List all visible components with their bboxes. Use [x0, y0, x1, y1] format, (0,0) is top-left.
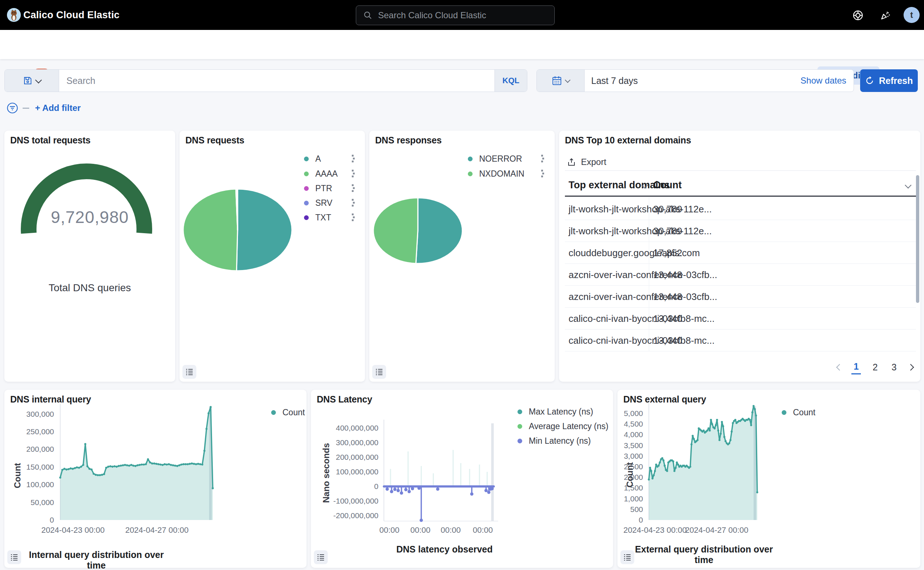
- filter-icon[interactable]: [6, 102, 18, 114]
- panel-dns-latency: DNS Latency -200,000,000-100,000,0000100…: [311, 390, 613, 568]
- legend-item[interactable]: TXT: [315, 213, 331, 222]
- legend-item[interactable]: PTR: [315, 184, 332, 193]
- table-row[interactable]: calico-cni-ivan-byocni-03cfb8-mc...: [568, 335, 714, 346]
- svg-text:2024-04-23 00:00: 2024-04-23 00:00: [41, 526, 105, 535]
- news-icon[interactable]: [880, 9, 891, 21]
- panel-dns-external-query: DNS external query 05001,0001,5002,0002,…: [618, 390, 920, 568]
- saved-query-menu[interactable]: [5, 70, 59, 92]
- next-page-icon[interactable]: [907, 364, 914, 371]
- avatar[interactable]: t: [904, 7, 919, 23]
- global-search-input[interactable]: [377, 10, 532, 21]
- chevron-down-icon: [35, 77, 41, 83]
- chevron-down-icon: [565, 77, 570, 83]
- table-cell-count: 13,440: [653, 313, 682, 325]
- add-filter-button[interactable]: + Add filter: [35, 103, 81, 113]
- show-dates-button[interactable]: Show dates: [801, 70, 854, 92]
- row-divider: [565, 264, 916, 264]
- page-button-2[interactable]: 2: [870, 360, 880, 374]
- legend-item[interactable]: SRV: [315, 198, 333, 208]
- row-divider: [565, 329, 916, 329]
- legend-action-icon[interactable]: [351, 184, 355, 193]
- row-divider: [565, 242, 916, 242]
- list-icon: [185, 368, 193, 376]
- svg-text:2024-04-27 00:00: 2024-04-27 00:00: [685, 526, 748, 535]
- inspect-button[interactable]: [372, 365, 386, 379]
- legend-dot: [304, 172, 309, 176]
- legend-item[interactable]: Max Latency (ns): [529, 407, 593, 417]
- help-icon[interactable]: [852, 10, 863, 21]
- search-icon: [363, 11, 372, 20]
- table-row[interactable]: jlt-worksh-jlt-workshop-aks-112e...: [568, 225, 712, 237]
- legend-item[interactable]: Count: [793, 408, 815, 417]
- legend-dot: [468, 172, 473, 176]
- save-icon: [23, 76, 32, 86]
- y-axis-title: Count: [12, 463, 23, 488]
- legend-action-icon[interactable]: [351, 169, 355, 178]
- legend-item[interactable]: NXDOMAIN: [479, 169, 524, 179]
- row-divider: [565, 220, 916, 220]
- table-row[interactable]: calico-cni-ivan-byocni-03cfb8-mc...: [568, 313, 714, 325]
- refresh-button[interactable]: Refresh: [860, 69, 918, 92]
- legend-item[interactable]: Min Latency (ns): [529, 436, 591, 446]
- svg-text:3,500: 3,500: [624, 441, 643, 450]
- panel-top-external-domains: DNS Top 10 external domains Export Top e…: [559, 131, 920, 382]
- export-button[interactable]: Export: [567, 157, 606, 167]
- table-scrollbar[interactable]: [916, 175, 919, 303]
- svg-text:00:00: 00:00: [379, 526, 399, 535]
- inspect-button[interactable]: [314, 550, 328, 564]
- table-row[interactable]: azcni-over-ivan-conference-03cfb...: [568, 291, 717, 302]
- legend-action-icon[interactable]: [351, 213, 355, 222]
- chevron-down-icon[interactable]: [905, 182, 911, 188]
- prev-page-icon[interactable]: [837, 364, 843, 371]
- svg-text:3,000: 3,000: [624, 452, 643, 460]
- column-header-count[interactable]: Count: [653, 179, 682, 191]
- legend-item[interactable]: Count: [282, 408, 305, 417]
- global-search[interactable]: [356, 6, 555, 25]
- inspect-button[interactable]: [7, 550, 21, 564]
- legend-dot: [304, 186, 309, 191]
- panel-dns-internal-query: DNS internal query 050,000100,000150,000…: [5, 390, 306, 568]
- svg-text:5,000: 5,000: [624, 409, 643, 417]
- legend-action-icon[interactable]: [351, 154, 355, 164]
- panel-dns-responses: DNS responses NOERROR NXDOMAIN: [369, 131, 555, 382]
- table-cell-count: 30,789: [653, 225, 682, 237]
- legend-dot: [518, 409, 522, 414]
- svg-text:00:00: 00:00: [440, 526, 461, 535]
- gauge-caption: Total DNS queries: [5, 282, 175, 294]
- app-logo: [6, 8, 21, 22]
- table-cell-count: 13,448: [653, 291, 682, 302]
- legend-item[interactable]: Average Latency (ns): [529, 421, 608, 431]
- time-range-value[interactable]: Last 7 days: [585, 70, 801, 92]
- page-button-1[interactable]: 1: [851, 360, 861, 374]
- row-divider: [565, 285, 916, 286]
- legend-action-icon[interactable]: [540, 154, 544, 164]
- inspect-button[interactable]: [621, 550, 634, 564]
- inspect-button[interactable]: [182, 365, 196, 379]
- top-header: Calico Cloud Elastic t: [0, 0, 924, 30]
- legend-item[interactable]: NOERROR: [479, 154, 522, 164]
- legend-item[interactable]: A: [315, 154, 321, 164]
- svg-text:0: 0: [374, 482, 378, 490]
- svg-text:4,000: 4,000: [624, 430, 643, 439]
- svg-text:0: 0: [50, 516, 54, 524]
- table-row[interactable]: jlt-worksh-jlt-workshop-aks-112e...: [568, 204, 712, 215]
- legend-dot: [304, 215, 309, 220]
- row-divider: [565, 307, 916, 308]
- legend-dot: [518, 439, 522, 443]
- legend-dot: [271, 410, 276, 415]
- legend-item[interactable]: AAAA: [315, 169, 337, 179]
- date-picker: Last 7 days Show dates: [536, 69, 854, 92]
- svg-text:00:00: 00:00: [410, 526, 430, 535]
- query-input[interactable]: [59, 70, 495, 92]
- page-button-3[interactable]: 3: [889, 360, 899, 374]
- gauge-chart: [5, 131, 175, 382]
- svg-text:50,000: 50,000: [31, 498, 54, 507]
- table-row[interactable]: azcni-over-ivan-conference-03cfb...: [568, 269, 717, 280]
- svg-text:300,000: 300,000: [26, 410, 54, 418]
- list-icon: [623, 553, 631, 561]
- kql-toggle[interactable]: KQL: [495, 70, 527, 92]
- legend-action-icon[interactable]: [540, 169, 544, 178]
- svg-text:200,000: 200,000: [26, 445, 54, 453]
- date-picker-menu[interactable]: [537, 70, 585, 92]
- legend-action-icon[interactable]: [351, 198, 355, 208]
